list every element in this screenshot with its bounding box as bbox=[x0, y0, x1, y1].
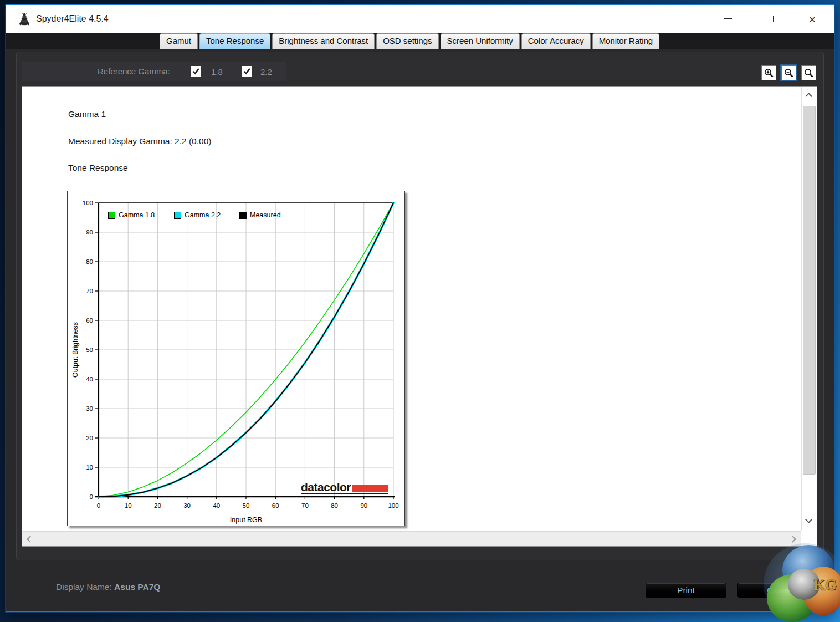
svg-text:70: 70 bbox=[86, 288, 93, 294]
spyder-app-icon bbox=[17, 12, 32, 26]
zoom-out-button[interactable] bbox=[781, 65, 796, 80]
svg-text:10: 10 bbox=[86, 464, 93, 471]
gamma-2-2-label: 2.2 bbox=[260, 67, 272, 77]
zoom-reset-icon bbox=[803, 68, 815, 79]
svg-text:100: 100 bbox=[388, 502, 398, 509]
svg-text:40: 40 bbox=[213, 502, 220, 509]
tab-osd-settings[interactable]: OSD settings bbox=[376, 33, 438, 49]
svg-text:80: 80 bbox=[331, 502, 338, 509]
titlebar: Spyder4Elite 4.5.4 × bbox=[6, 5, 834, 33]
vertical-scrollbar[interactable] bbox=[801, 87, 817, 531]
legend-swatch-black bbox=[239, 212, 247, 219]
tab-color-accuracy[interactable]: Color Accuracy bbox=[521, 33, 591, 49]
tone-response-chart: 0102030405060708090100010203040506070809… bbox=[67, 191, 405, 526]
svg-text:30: 30 bbox=[86, 405, 93, 412]
svg-text:0: 0 bbox=[97, 502, 100, 509]
display-name-value: Asus PA7Q bbox=[114, 582, 160, 592]
print-button[interactable]: Print bbox=[646, 583, 726, 598]
svg-text:20: 20 bbox=[154, 502, 161, 509]
zoom-toolbar bbox=[761, 65, 816, 80]
tab-bar: Gamut Tone Response Brightness and Contr… bbox=[6, 33, 834, 49]
gamma-2-2-checkbox[interactable] bbox=[242, 66, 252, 77]
legend-swatch-green bbox=[108, 212, 115, 219]
svg-text:70: 70 bbox=[301, 502, 309, 509]
datacolor-logo: datacolor bbox=[301, 482, 388, 494]
svg-text:100: 100 bbox=[83, 200, 93, 206]
svg-text:90: 90 bbox=[360, 502, 367, 509]
scroll-right-icon[interactable] bbox=[789, 536, 796, 543]
scrollbar-corner bbox=[801, 531, 817, 546]
report-viewport: Gamma 1 Measured Display Gamma: 2.2 (0.0… bbox=[22, 86, 817, 547]
maximize-button[interactable] bbox=[763, 12, 777, 26]
legend-item-measured: Measured bbox=[239, 211, 281, 219]
zoom-reset-button[interactable] bbox=[801, 65, 816, 80]
zoom-out-icon bbox=[783, 68, 795, 79]
minimize-button[interactable] bbox=[721, 12, 735, 26]
svg-text:60: 60 bbox=[272, 502, 279, 509]
minimize-icon bbox=[724, 18, 732, 19]
checkmark-icon bbox=[192, 67, 200, 75]
legend-item-gamma-1-8: Gamma 1.8 bbox=[108, 211, 155, 219]
scroll-down-icon[interactable] bbox=[805, 516, 812, 523]
svg-text:50: 50 bbox=[243, 502, 250, 509]
tab-brightness-contrast[interactable]: Brightness and Contrast bbox=[272, 33, 375, 49]
reference-gamma-row: Reference Gamma: 1.8 2.2 bbox=[22, 62, 286, 81]
svg-text:Input RGB: Input RGB bbox=[230, 516, 262, 524]
svg-text:40: 40 bbox=[86, 376, 93, 383]
measured-gamma-line: Measured Display Gamma: 2.2 (0.00) bbox=[68, 136, 211, 146]
report-page: Gamma 1 Measured Display Gamma: 2.2 (0.0… bbox=[22, 87, 802, 531]
chart-canvas: 0102030405060708090100010203040506070809… bbox=[68, 191, 406, 527]
app-window: Spyder4Elite 4.5.4 × Gamut Tone Response… bbox=[6, 4, 834, 612]
horizontal-scrollbar[interactable] bbox=[22, 531, 802, 546]
tab-tone-response[interactable]: Tone Response bbox=[199, 33, 270, 49]
close-window-button[interactable]: × bbox=[805, 12, 819, 26]
vertical-scroll-thumb[interactable] bbox=[803, 106, 816, 475]
maximize-icon bbox=[767, 16, 774, 22]
window-title: Spyder4Elite 4.5.4 bbox=[36, 14, 109, 24]
gamma-1-8-checkbox[interactable] bbox=[191, 66, 201, 77]
reference-gamma-label: Reference Gamma: bbox=[98, 67, 170, 76]
svg-text:50: 50 bbox=[86, 346, 93, 353]
display-name-label: Display Name: bbox=[56, 582, 112, 592]
window-controls: × bbox=[721, 5, 819, 33]
display-name: Display Name: Asus PA7Q bbox=[56, 582, 160, 592]
svg-text:80: 80 bbox=[86, 258, 93, 265]
tab-screen-uniformity[interactable]: Screen Uniformity bbox=[441, 33, 520, 49]
scroll-left-icon[interactable] bbox=[27, 536, 34, 543]
tab-gamut[interactable]: Gamut bbox=[160, 33, 198, 49]
legend-item-gamma-2-2: Gamma 2.2 bbox=[174, 211, 221, 219]
legend-swatch-cyan bbox=[174, 212, 181, 219]
zoom-in-button[interactable] bbox=[761, 65, 776, 80]
zoom-in-icon bbox=[764, 68, 775, 79]
checkmark-icon bbox=[243, 67, 251, 75]
svg-text:20: 20 bbox=[86, 435, 93, 441]
svg-text:0: 0 bbox=[90, 493, 93, 500]
svg-text:30: 30 bbox=[183, 502, 191, 509]
svg-text:Output Brightness: Output Brightness bbox=[71, 322, 79, 378]
scroll-up-icon[interactable] bbox=[805, 93, 812, 100]
svg-text:60: 60 bbox=[86, 317, 93, 324]
svg-text:10: 10 bbox=[125, 502, 132, 509]
report-heading: Gamma 1 bbox=[68, 109, 106, 119]
section-title: Tone Response bbox=[68, 163, 128, 173]
gamma-1-8-label: 1.8 bbox=[211, 67, 223, 77]
datacolor-red-bar bbox=[352, 485, 388, 492]
svg-text:90: 90 bbox=[86, 229, 93, 236]
close-button[interactable]: Close bbox=[737, 583, 818, 598]
tab-monitor-rating[interactable]: Monitor Rating bbox=[592, 33, 660, 49]
